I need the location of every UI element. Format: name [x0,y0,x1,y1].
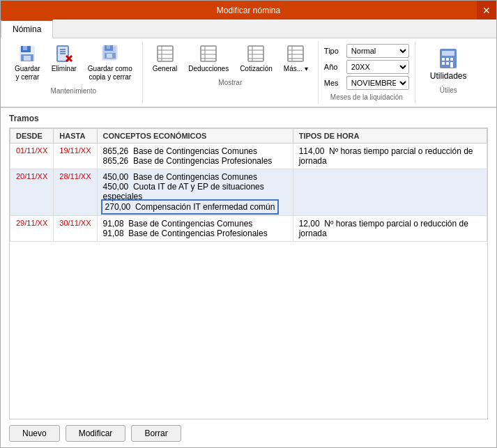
mantenimiento-buttons: Guardary cerrar [10,41,137,84]
svg-rect-17 [107,54,112,58]
svg-rect-41 [446,58,449,61]
ribbon-content: Guardary cerrar [1,38,496,107]
mantenimiento-label: Mantenimiento [51,87,97,95]
guardar-copia-button[interactable]: Guardar comocopia y cerrar [84,41,137,84]
cell-conceptos-2: 450,00 Base de Contingencias Comunes 450… [97,169,293,216]
modificar-button[interactable]: Modificar [66,425,126,442]
cell-tipos-1: 114,00 Nº horas tiempo parcial o reducci… [293,144,487,169]
cell-desde-3: 29/11/XX [10,216,54,242]
borrar-button[interactable]: Borrar [131,425,181,442]
svg-rect-28 [248,46,263,61]
table-row[interactable]: 20/11/XX 28/11/XX 450,00 Base de Conting… [10,169,487,216]
cell-hasta-1: 19/11/XX [54,144,97,169]
ribbon: Nómina [1,20,496,108]
svg-rect-2 [23,46,27,50]
svg-rect-23 [201,46,216,61]
cell-tipos-2 [293,169,487,216]
anio-label: Año [324,63,344,71]
main-content: Tramos DESDE HASTA CONCEPTOS ECONÓMICOS … [1,108,496,447]
svg-rect-42 [450,58,453,61]
tipo-label: Tipo [324,47,344,55]
nuevo-button[interactable]: Nuevo [9,425,60,442]
col-desde: DESDE [10,129,54,144]
cotizacion-label: Cotización [240,65,273,73]
highlighted-cell: 270,00 Compensación IT enfermedad común [103,201,277,213]
eliminar-button[interactable]: Eliminar [47,41,81,76]
window-title: Modificar nómina [217,6,280,15]
ribbon-group-mostrar: General Deducciones [143,41,319,104]
mas-label: Más... ▾ [284,65,308,73]
utiles-label: Útiles [440,86,457,94]
mostrar-label: Mostrar [218,79,242,86]
guardar-cerrar-label: Guardary cerrar [15,65,40,82]
cell-hasta-3: 30/11/XX [54,216,97,242]
col-tipos: TIPOS DE HORA [293,129,487,144]
anio-row: Año 20XX [324,60,409,74]
svg-rect-4 [24,56,31,61]
table-header-row: DESDE HASTA CONCEPTOS ECONÓMICOS TIPOS D… [10,129,487,144]
svg-rect-33 [288,46,303,61]
tipo-row: Tipo Normal [324,44,409,58]
mostrar-buttons: General Deducciones [148,41,312,76]
utilidades-button[interactable]: Utilidades [424,44,473,84]
general-icon [155,44,175,63]
cell-desde-1: 01/11/XX [10,144,54,169]
delete-icon [54,44,74,63]
svg-rect-44 [446,62,449,65]
eliminar-label: Eliminar [52,65,77,73]
deducciones-icon [199,44,218,63]
mes-row: Mes NOVIEMBRE [324,76,409,90]
guardar-cerrar-button[interactable]: Guardary cerrar [10,41,45,84]
svg-rect-18 [158,46,173,61]
cell-conceptos-3: 91,08 Base de Contingencias Comunes 91,0… [97,216,293,242]
ribbon-tabs: Nómina [1,20,496,38]
table-row[interactable]: 29/11/XX 30/11/XX 91,08 Base de Continge… [10,216,487,242]
tramos-title: Tramos [9,114,488,123]
svg-rect-15 [107,45,110,49]
general-label: General [153,65,178,73]
svg-rect-39 [442,51,454,56]
cell-hasta-2: 28/11/XX [54,169,97,216]
utilidades-label: Utilidades [430,71,467,81]
main-window: Modificar nómina ✕ Nómina [0,0,497,448]
tipo-select[interactable]: Normal [346,44,409,58]
mes-select[interactable]: NOVIEMBRE [346,76,409,90]
cell-desde-2: 20/11/XX [10,169,54,216]
deducciones-button[interactable]: Deducciones [184,41,233,76]
tramos-table: DESDE HASTA CONCEPTOS ECONÓMICOS TIPOS D… [10,128,487,242]
deducciones-label: Deducciones [188,65,229,73]
general-button[interactable]: General [148,41,182,76]
cell-conceptos-1: 865,26 Base de Contingencias Comunes 865… [97,144,293,169]
cotizacion-icon [246,44,266,63]
ribbon-group-utiles: Utilidades Útiles [415,41,482,104]
svg-rect-43 [442,62,445,65]
col-hasta: HASTA [54,129,97,144]
tramos-table-container: DESDE HASTA CONCEPTOS ECONÓMICOS TIPOS D… [9,128,488,419]
guardar-copia-label: Guardar comocopia y cerrar [88,65,132,82]
svg-rect-45 [450,62,453,68]
cotizacion-button[interactable]: Cotización [236,41,277,76]
mas-icon [286,44,305,63]
svg-rect-40 [442,58,445,61]
anio-select[interactable]: 20XX [346,60,409,74]
mes-label: Mes [324,79,344,87]
cell-tipos-3: 12,00 Nº horas tiempo parcial o reducció… [293,216,487,242]
save-copy-icon [100,44,120,63]
title-bar: Modificar nómina ✕ [1,1,496,20]
calculator-icon [437,47,459,71]
table-row[interactable]: 01/11/XX 19/11/XX 865,26 Base de Conting… [10,144,487,169]
mas-button[interactable]: Más... ▾ [280,41,312,76]
meses-liquidacion-label: Meses de la liquidación [324,93,409,101]
col-conceptos: CONCEPTOS ECONÓMICOS [97,129,293,144]
close-button[interactable]: ✕ [477,1,496,20]
ribbon-group-mantenimiento: Guardary cerrar [5,41,143,104]
ribbon-fields: Tipo Normal Año 20XX Mes NOVIEMBRE [319,41,415,104]
tab-nomina[interactable]: Nómina [1,20,53,38]
save-icon [17,44,37,63]
footer-buttons: Nuevo Modificar Borrar [9,419,488,442]
